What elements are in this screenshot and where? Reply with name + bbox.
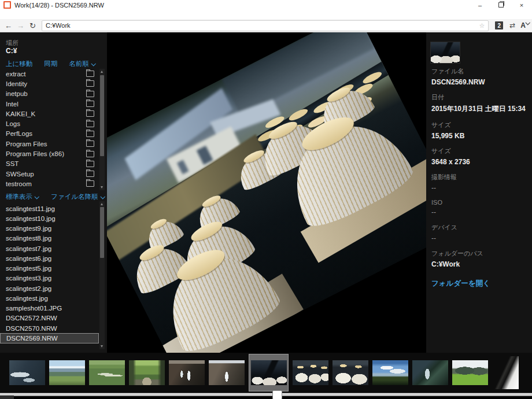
page-count-badge[interactable]: 2 xyxy=(495,21,503,29)
filmstrip-thumbnail[interactable] xyxy=(332,360,368,385)
thumbnail-image xyxy=(89,360,125,385)
folder-icon xyxy=(86,171,94,177)
chevron-down-icon xyxy=(100,194,105,199)
details-fields: ファイル名 DSCN2569.NRW 日付 2015年10月31日 土曜日 15… xyxy=(431,67,530,275)
filmstrip-thumbnail[interactable] xyxy=(129,360,165,385)
folder-icon xyxy=(86,131,94,137)
file-list-scrollbar[interactable] xyxy=(99,201,105,349)
filmstrip-thumbnail[interactable] xyxy=(89,360,125,385)
back-button[interactable]: ← xyxy=(2,20,14,32)
forward-button[interactable]: → xyxy=(14,20,27,32)
file-row[interactable]: scalingtest8.jpg xyxy=(0,234,99,243)
file-name: DSCN2570.NRW xyxy=(6,325,57,332)
detail-label: サイズ xyxy=(431,121,530,130)
move-up-link[interactable]: 上に移動 xyxy=(6,60,32,68)
file-sort-dropdown[interactable]: ファイル名降順 xyxy=(51,193,104,201)
image-canvas[interactable] xyxy=(107,32,426,353)
filmstrip-thumbnail[interactable] xyxy=(249,354,289,391)
app-icon xyxy=(3,1,11,9)
folder-name: KAIKEI_K xyxy=(6,110,86,117)
folder-row[interactable]: extract xyxy=(0,69,99,79)
folder-name: SST xyxy=(6,160,86,167)
folder-row[interactable]: testroom xyxy=(0,179,99,189)
folder-name: Program Files (x86) xyxy=(6,150,86,157)
folder-row[interactable]: Intel xyxy=(0,99,99,109)
folder-row[interactable]: Logs xyxy=(0,119,99,128)
view-mode-dropdown[interactable]: 標準表示 xyxy=(6,193,38,201)
file-name: DSCN2572.NRW xyxy=(6,315,57,322)
filmstrip-scrollbar-thumb[interactable] xyxy=(272,390,282,399)
folder-row[interactable]: Identity xyxy=(0,79,99,88)
folder-list-scrollbar[interactable] xyxy=(99,69,105,190)
filmstrip-thumbnail[interactable] xyxy=(169,360,205,385)
minimize-button[interactable]: – xyxy=(470,0,490,10)
folder-icon xyxy=(86,141,94,147)
scrollbar-thumb[interactable] xyxy=(100,207,104,258)
scroll-down-icon[interactable] xyxy=(101,345,103,348)
detail-label: 撮影情報 xyxy=(431,173,530,182)
thumbnail-image xyxy=(9,360,45,385)
file-row[interactable]: scalingtest10.jpg xyxy=(0,213,99,223)
photo-main xyxy=(107,32,426,353)
folder-row[interactable]: PerfLogs xyxy=(0,129,99,139)
file-name: scalingtest.jpg xyxy=(6,295,48,302)
swap-arrows-icon[interactable]: ⇄ xyxy=(509,21,515,29)
file-row[interactable]: scalingtest3.jpg xyxy=(0,274,99,283)
file-row[interactable]: scalingtest11.jpg xyxy=(0,204,99,213)
file-row[interactable]: DSCN2569.NRW xyxy=(0,333,99,343)
open-folder-link[interactable]: フォルダーを開く xyxy=(431,279,490,289)
filmstrip-thumbnail[interactable] xyxy=(293,360,328,385)
sync-link[interactable]: 同期 xyxy=(44,60,57,68)
selected-image-thumbnail xyxy=(430,42,460,64)
folder-row[interactable]: Program Files xyxy=(0,139,99,149)
detail-value: 3648 x 2736 xyxy=(431,158,530,166)
folder-icon xyxy=(86,110,94,117)
filmstrip-thumbnail[interactable] xyxy=(9,360,45,385)
scrollbar-thumb[interactable] xyxy=(100,75,104,156)
thumbnail-image xyxy=(129,360,165,385)
folder-icon xyxy=(86,180,94,187)
refresh-button[interactable]: ↻ xyxy=(27,20,39,32)
text-size-button[interactable]: A xyxy=(520,21,526,29)
file-row[interactable]: scalingtest.jpg xyxy=(0,293,99,303)
detail-field: 撮影情報 -- xyxy=(431,173,530,192)
restore-icon xyxy=(498,2,504,8)
file-row[interactable]: scalingtest2.jpg xyxy=(0,283,99,293)
scroll-down-icon[interactable] xyxy=(101,186,103,189)
filmstrip-scrollbar[interactable] xyxy=(0,393,532,396)
file-row[interactable]: scalingtest9.jpg xyxy=(0,224,99,234)
filmstrip-thumbnail[interactable] xyxy=(452,360,488,385)
favorite-icon[interactable]: ☆ xyxy=(479,22,485,29)
folder-sort-dropdown[interactable]: 名前順 xyxy=(69,60,95,68)
thumbnail-image xyxy=(492,356,519,389)
detail-label: ファイル名 xyxy=(431,67,530,76)
filmstrip-thumbnail[interactable] xyxy=(492,356,519,389)
file-row[interactable]: sampleshot01.JPG xyxy=(0,304,99,313)
thumbnail-image xyxy=(412,360,448,385)
scroll-up-icon[interactable] xyxy=(101,203,103,205)
scroll-up-icon[interactable] xyxy=(101,71,103,73)
location-label: 場所 xyxy=(6,39,19,47)
address-input[interactable] xyxy=(46,22,479,29)
folder-icon xyxy=(86,151,94,157)
details-panel: ファイル名 DSCN2569.NRW 日付 2015年10月31日 土曜日 15… xyxy=(426,32,532,353)
filmstrip-thumbnail[interactable] xyxy=(209,360,245,385)
folder-row[interactable]: SST xyxy=(0,159,99,169)
folder-row[interactable]: Program Files (x86) xyxy=(0,149,99,158)
close-button[interactable]: × xyxy=(511,0,532,10)
filmstrip-thumbnail[interactable] xyxy=(49,360,85,385)
file-row[interactable]: DSCN2570.NRW xyxy=(0,323,99,333)
file-row[interactable]: scalingtest7.jpg xyxy=(0,243,99,253)
file-name: scalingtest5.jpg xyxy=(6,265,51,272)
folder-row[interactable]: SWSetup xyxy=(0,169,99,179)
file-row[interactable]: scalingtest5.jpg xyxy=(0,264,99,274)
folder-row[interactable]: inetpub xyxy=(0,89,99,99)
view-mode-label: 標準表示 xyxy=(6,193,32,201)
filmstrip-thumbnail[interactable] xyxy=(412,360,448,385)
file-row[interactable]: DSCN2572.NRW xyxy=(0,313,99,323)
folder-row[interactable]: KAIKEI_K xyxy=(0,109,99,119)
filmstrip-thumbnail[interactable] xyxy=(372,360,408,385)
folder-name: SWSetup xyxy=(6,171,86,178)
maximize-button[interactable] xyxy=(490,0,511,10)
file-row[interactable]: scalingtest6.jpg xyxy=(0,253,99,263)
